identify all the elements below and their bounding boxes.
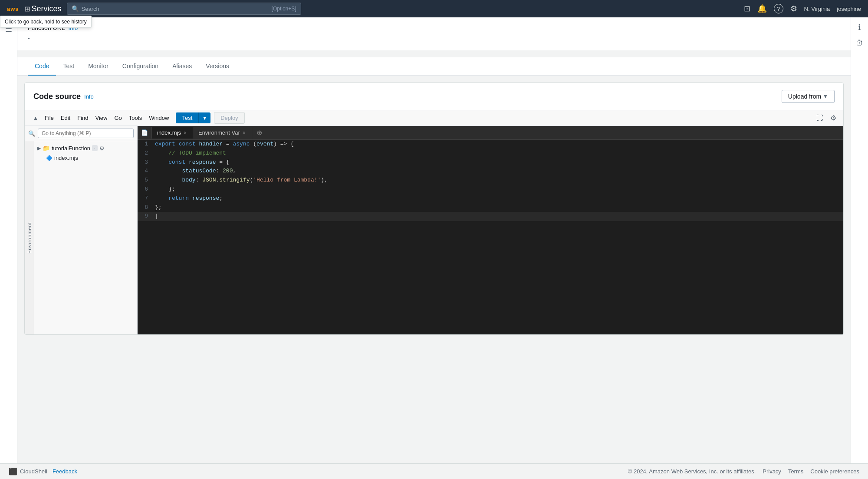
folder-badge: · — [92, 145, 98, 151]
file-tree-inner: Environment ▶ 📁 tutorialFunction · ⚙ 🔷 — [25, 141, 137, 334]
menu-edit[interactable]: Edit — [57, 113, 74, 123]
help-icon[interactable]: ? — [774, 4, 783, 13]
nav-right: ⊡ 🔔 ? ⚙ N. Virginia josephine — [744, 4, 861, 13]
editor-tab-env-close[interactable]: × — [243, 130, 246, 136]
editor-tab-index-close[interactable]: × — [184, 130, 187, 136]
files-icon: 📄 — [138, 127, 152, 139]
code-line-4: 4 statusCode: 200, — [138, 167, 843, 176]
services-menu[interactable]: ⊞ Services — [24, 4, 62, 13]
code-line-2: 2 // TODO implement — [138, 149, 843, 158]
toolbar-right: ⛶ ⚙ — [815, 113, 838, 123]
footer: ⬛ CloudShell Feedback © 2024, Amazon Web… — [0, 463, 868, 479]
file-tree: 🔍 Environment ▶ 📁 tutorialFunction · ⚙ — [25, 126, 138, 334]
function-url-header: Function URL Info — [28, 24, 840, 31]
editor-tab-env[interactable]: Environment Var × — [193, 127, 252, 139]
tab-aliases[interactable]: Aliases — [165, 57, 199, 76]
privacy-link[interactable]: Privacy — [763, 468, 781, 475]
add-tab-button[interactable]: ⊕ — [252, 126, 266, 139]
search-input[interactable] — [82, 6, 268, 12]
upload-from-chevron: ▼ — [823, 93, 828, 99]
function-url-value: - — [28, 35, 840, 42]
code-line-7: 7 return response; — [138, 194, 843, 203]
test-button-group: Test ▼ — [176, 112, 210, 123]
code-line-8: 8 }; — [138, 203, 843, 212]
right-sidebar: ℹ ⏱ — [851, 17, 868, 463]
editor-settings-button[interactable]: ⚙ — [829, 113, 838, 123]
footer-right: © 2024, Amazon Web Services, Inc. or its… — [628, 468, 859, 475]
search-shortcut: [Option+S] — [272, 6, 296, 12]
cloudshell-label: CloudShell — [20, 468, 47, 475]
tabs-bar: Code Test Monitor Configuration Aliases … — [17, 57, 851, 76]
menu-file[interactable]: File — [41, 113, 57, 123]
file-item[interactable]: 🔷 index.mjs — [34, 153, 137, 162]
copyright-text: © 2024, Amazon Web Services, Inc. or its… — [628, 468, 756, 475]
feedback-link[interactable]: Feedback — [53, 468, 77, 475]
editor-tab-index-label: index.mjs — [157, 129, 181, 136]
folder-name: tutorialFunction — [52, 145, 90, 152]
region-selector[interactable]: N. Virginia — [804, 6, 830, 12]
menu-window[interactable]: Window — [145, 113, 172, 123]
test-main-button[interactable]: Test — [176, 112, 198, 123]
function-url-section: Function URL Info - — [17, 17, 851, 50]
code-content: 1 export const handler = async (event) =… — [138, 140, 843, 221]
clock-icon[interactable]: ⏱ — [856, 39, 864, 48]
aws-logo[interactable]: aws — [7, 6, 19, 12]
tab-versions[interactable]: Versions — [199, 57, 236, 76]
tooltip-popup: Click to go back, hold to see history — [0, 16, 92, 28]
menu-go[interactable]: Go — [111, 113, 125, 123]
search-icon: 🔍 — [72, 5, 79, 12]
code-source-info-link[interactable]: Info — [84, 93, 94, 100]
folder-gear-icon[interactable]: ⚙ — [99, 145, 105, 152]
footer-left: ⬛ CloudShell Feedback — [9, 467, 77, 476]
fullscreen-button[interactable]: ⛶ — [815, 113, 825, 123]
editor-area: 🔍 Environment ▶ 📁 tutorialFunction · ⚙ — [25, 126, 843, 334]
settings-icon[interactable]: ⚙ — [790, 4, 797, 13]
code-source-container: Code source Info Upload from ▼ ▲ File Ed… — [24, 83, 844, 335]
test-dropdown-button[interactable]: ▼ — [198, 112, 210, 123]
cloudshell-logo[interactable]: ⬛ CloudShell — [9, 467, 47, 476]
code-source-title: Code source — [33, 92, 81, 101]
cloudshell-icon: ⬛ — [9, 467, 17, 476]
top-nav: aws ⊞ Services 🔍 [Option+S] ⊡ 🔔 ? ⚙ N. V… — [0, 0, 868, 17]
content-area: Function URL Info - Code Test Monitor Co… — [17, 17, 851, 463]
tab-test[interactable]: Test — [56, 57, 81, 76]
cookie-link[interactable]: Cookie preferences — [810, 468, 859, 475]
code-source-title-wrap: Code source Info — [33, 92, 94, 101]
folder-expand-icon: ▶ — [37, 145, 41, 151]
folder-item[interactable]: ▶ 📁 tutorialFunction · ⚙ — [34, 143, 137, 153]
side-toggle: ☰ — [0, 17, 17, 463]
file-name: index.mjs — [54, 155, 78, 161]
toolbar-collapse-arrow[interactable]: ▲ — [30, 113, 41, 123]
upload-from-label: Upload from — [788, 93, 821, 100]
deploy-button: Deploy — [214, 112, 244, 124]
code-source-header: Code source Info Upload from ▼ — [25, 83, 843, 110]
file-list: ▶ 📁 tutorialFunction · ⚙ 🔷 index.mjs — [34, 141, 137, 334]
tab-configuration[interactable]: Configuration — [115, 57, 165, 76]
environment-label: Environment — [25, 141, 34, 334]
bell-icon[interactable]: 🔔 — [757, 4, 767, 13]
terminal-icon[interactable]: ⊡ — [744, 4, 750, 13]
editor-tab-env-label: Environment Var — [198, 129, 240, 136]
terms-link[interactable]: Terms — [788, 468, 803, 475]
editor-tab-index[interactable]: index.mjs × — [152, 127, 193, 139]
code-line-6: 6 }; — [138, 185, 843, 194]
code-line-3: 3 const response = { — [138, 158, 843, 167]
code-line-5: 5 body: JSON.stringify('Hello from Lambd… — [138, 176, 843, 185]
file-icon: 🔷 — [46, 155, 53, 161]
info-panel-icon[interactable]: ℹ — [858, 23, 861, 32]
user-menu[interactable]: josephine — [837, 6, 861, 12]
search-bar[interactable]: 🔍 [Option+S] — [67, 3, 301, 15]
main-layout: ☰ Function URL Info - Code Test Monitor … — [0, 17, 868, 463]
menu-view[interactable]: View — [92, 113, 111, 123]
services-label: Services — [32, 4, 62, 13]
file-tree-search-input[interactable] — [38, 129, 134, 138]
tab-monitor[interactable]: Monitor — [81, 57, 115, 76]
code-editor[interactable]: 📄 index.mjs × Environment Var × ⊕ — [138, 126, 843, 334]
menu-tools[interactable]: Tools — [125, 113, 145, 123]
menu-find[interactable]: Find — [74, 113, 92, 123]
code-line-1: 1 export const handler = async (event) =… — [138, 140, 843, 149]
tab-code[interactable]: Code — [28, 57, 56, 76]
upload-from-button[interactable]: Upload from ▼ — [782, 90, 835, 103]
editor-tabs: 📄 index.mjs × Environment Var × ⊕ — [138, 126, 843, 140]
editor-toolbar: ▲ File Edit Find View Go Tools Window Te… — [25, 110, 843, 126]
